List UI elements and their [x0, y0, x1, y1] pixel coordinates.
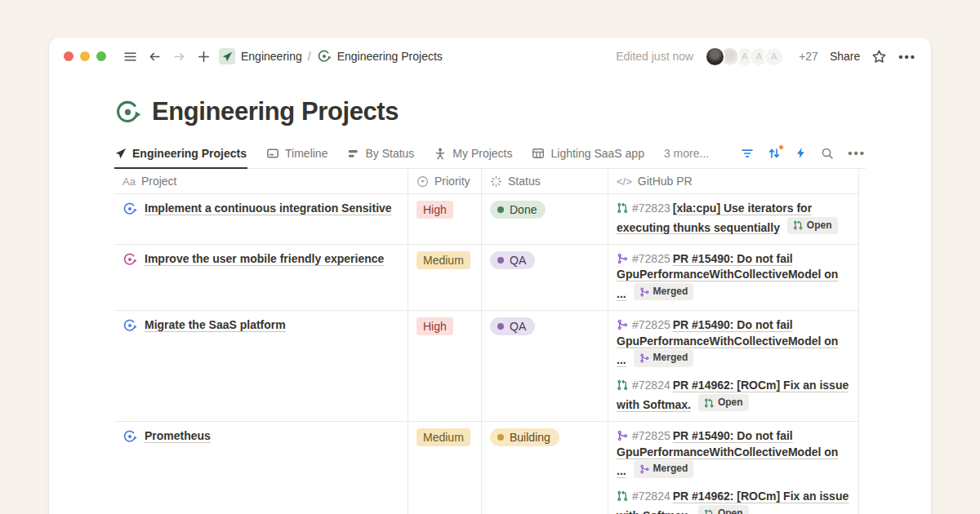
- github-pr-cell[interactable]: #72825PR #15490: Do not fail GpuPerforma…: [608, 311, 859, 421]
- tab-my-projects[interactable]: My Projects: [433, 143, 513, 169]
- traffic-light-minimize[interactable]: [80, 51, 90, 61]
- project-link[interactable]: Implement a continuous integration Sensi…: [145, 201, 392, 216]
- favorite-star-icon[interactable]: [871, 49, 887, 64]
- pr-state-badge: Merged: [634, 460, 694, 478]
- forward-icon[interactable]: [172, 50, 186, 64]
- status-label: QA: [510, 253, 526, 268]
- status-pill[interactable]: Done: [490, 201, 546, 219]
- traffic-light-zoom[interactable]: [96, 51, 106, 61]
- table-view-icon: [532, 147, 545, 160]
- priority-cell[interactable]: Medium: [408, 422, 482, 514]
- back-icon[interactable]: [148, 50, 162, 64]
- status-pill[interactable]: QA: [490, 317, 535, 335]
- record-icon: [122, 252, 137, 267]
- column-header-github-pr[interactable]: </> GitHub PR: [608, 169, 859, 193]
- edited-status: Edited just now: [616, 50, 693, 63]
- priority-pill[interactable]: High: [416, 201, 453, 219]
- dart-icon: [115, 148, 127, 159]
- page-title[interactable]: Engineering Projects: [152, 97, 399, 126]
- project-cell[interactable]: Prometheus: [114, 422, 408, 514]
- git-merge-icon: [617, 319, 628, 330]
- status-cell[interactable]: QA: [482, 245, 608, 310]
- pr-number: #72825: [632, 252, 670, 265]
- column-label: GitHub PR: [638, 175, 693, 188]
- github-pr-cell[interactable]: #72825PR #15490: Do not fail GpuPerforma…: [608, 245, 859, 310]
- database-record-icon: [114, 99, 141, 126]
- status-dot: [497, 257, 504, 264]
- avatar[interactable]: A: [764, 47, 784, 67]
- sort-icon[interactable]: [768, 147, 781, 160]
- project-link[interactable]: Prometheus: [145, 428, 211, 444]
- page-header: Engineering Projects: [114, 97, 866, 126]
- pr-state-label: Open: [718, 506, 743, 514]
- breadcrumb-teamspace[interactable]: Engineering: [241, 50, 302, 63]
- status-pill[interactable]: Building: [490, 428, 559, 446]
- pr-number: #72824: [632, 490, 670, 503]
- filter-icon[interactable]: [741, 147, 754, 160]
- pr-entry: #72825PR #15490: Do not fail GpuPerforma…: [617, 251, 850, 302]
- teamspace-dart-icon[interactable]: [219, 48, 235, 64]
- tab-timeline[interactable]: Timeline: [265, 143, 328, 169]
- pr-state-badge: Merged: [634, 283, 694, 301]
- pr-state-label: Merged: [653, 284, 688, 300]
- pr-entry: #72825PR #15490: Do not fail GpuPerforma…: [617, 317, 850, 368]
- automation-bolt-icon[interactable]: [795, 147, 807, 159]
- avatar-stack[interactable]: A A A: [705, 47, 784, 67]
- status-cell[interactable]: Building: [482, 422, 608, 514]
- priority-pill[interactable]: Medium: [416, 251, 470, 269]
- project-cell[interactable]: Migrate the SaaS platform: [114, 311, 408, 421]
- share-button[interactable]: Share: [830, 50, 860, 63]
- tab-engineering-projects[interactable]: Engineering Projects: [114, 143, 247, 169]
- pr-entry: #72823[xla:cpu] Use iterators for execut…: [617, 201, 850, 236]
- search-icon[interactable]: [821, 147, 834, 160]
- pr-state-label: Open: [718, 395, 743, 411]
- column-label: Project: [141, 175, 177, 188]
- pr-entry: #72824PR #14962: [ROCm] Fix an issue wit…: [617, 489, 850, 514]
- view-more-icon[interactable]: •••: [848, 146, 866, 160]
- table-row: Improve the user mobile friendly experie…: [114, 245, 859, 311]
- tab-label: My Projects: [452, 147, 512, 160]
- more-options-icon[interactable]: •••: [898, 50, 916, 64]
- priority-pill[interactable]: Medium: [416, 428, 470, 446]
- priority-cell[interactable]: High: [408, 194, 482, 244]
- status-cell[interactable]: QA: [482, 311, 608, 421]
- table-row: Migrate the SaaS platform High QA #72825…: [114, 311, 859, 422]
- status-pill[interactable]: QA: [490, 251, 535, 269]
- github-pr-cell[interactable]: #72825PR #15490: Do not fail GpuPerforma…: [608, 422, 859, 514]
- table-row: Implement a continuous integration Sensi…: [114, 194, 859, 245]
- project-link[interactable]: Improve the user mobile friendly experie…: [145, 251, 384, 267]
- column-header-project[interactable]: Aa Project: [114, 169, 408, 193]
- tab-more-views[interactable]: 3 more...: [663, 143, 710, 169]
- breadcrumb-page[interactable]: Engineering Projects: [337, 50, 443, 63]
- new-page-icon[interactable]: [197, 50, 211, 64]
- table-row: Prometheus Medium Building #72825PR #154…: [114, 422, 859, 514]
- avatar[interactable]: [705, 47, 725, 67]
- column-header-status[interactable]: Status: [482, 169, 608, 193]
- tab-by-status[interactable]: By Status: [346, 143, 415, 169]
- pr-state-badge: Open: [698, 505, 749, 514]
- column-header-priority[interactable]: Priority: [408, 169, 482, 193]
- tab-label: Timeline: [285, 147, 327, 160]
- status-cell[interactable]: Done: [482, 194, 608, 244]
- code-property-icon: </>: [617, 175, 632, 188]
- priority-pill[interactable]: High: [416, 317, 453, 335]
- traffic-light-close[interactable]: [64, 51, 74, 61]
- app-window: Engineering / Engineering Projects Edite…: [49, 38, 931, 514]
- status-dot: [497, 434, 504, 441]
- pull-request-open-icon: [617, 490, 628, 502]
- view-toolbar: •••: [741, 146, 866, 165]
- priority-cell[interactable]: Medium: [408, 245, 482, 310]
- priority-cell[interactable]: High: [408, 311, 482, 421]
- github-pr-cell[interactable]: #72823[xla:cpu] Use iterators for execut…: [608, 194, 859, 244]
- sidebar-menu-icon[interactable]: [123, 50, 137, 64]
- table-header-row: Aa Project Priority Status </> GitHub PR: [114, 169, 859, 194]
- database-icon: [317, 49, 332, 64]
- project-cell[interactable]: Improve the user mobile friendly experie…: [114, 245, 408, 310]
- tab-label: By Status: [365, 147, 414, 160]
- pr-entry: #72825PR #15490: Do not fail GpuPerforma…: [617, 428, 850, 479]
- tab-lighting-saas-app[interactable]: Lighting SaaS app: [531, 143, 644, 169]
- pr-number: #72824: [632, 379, 670, 392]
- project-cell[interactable]: Implement a continuous integration Sensi…: [114, 194, 408, 244]
- project-link[interactable]: Migrate the SaaS platform: [145, 317, 286, 333]
- tab-label: Engineering Projects: [132, 147, 247, 160]
